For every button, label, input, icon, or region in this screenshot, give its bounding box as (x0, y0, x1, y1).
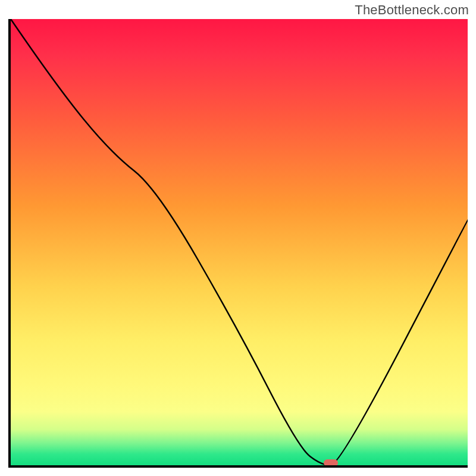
minimum-marker-icon (324, 459, 338, 466)
plot-area (8, 19, 468, 468)
chart-container: TheBottleneck.com (0, 0, 476, 476)
watermark-text: TheBottleneck.com (355, 2, 469, 18)
bottleneck-curve (11, 19, 468, 465)
